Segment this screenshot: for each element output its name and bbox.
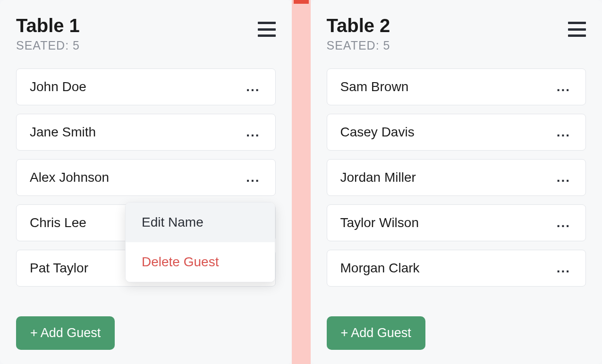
guest-name: Alex Johnson	[30, 170, 109, 185]
more-options-icon[interactable]: ...	[244, 126, 262, 139]
guest-name: Chris Lee	[30, 215, 86, 230]
guest-item[interactable]: Casey Davis ...	[327, 114, 586, 151]
more-options-icon[interactable]: ...	[555, 171, 572, 184]
guest-item[interactable]: John Doe ...	[16, 68, 276, 105]
guest-name: Pat Taylor	[30, 261, 88, 276]
guest-name: Sam Brown	[340, 79, 409, 94]
guest-name: Taylor Wilson	[340, 215, 419, 230]
more-options-icon[interactable]: ...	[555, 126, 572, 139]
seated-count-label: SEATED: 5	[16, 39, 80, 52]
table-header: Table 1 SEATED: 5	[16, 16, 276, 52]
guest-name: John Doe	[30, 79, 86, 94]
guest-name: Casey Davis	[340, 125, 415, 140]
table-title: Table 2	[327, 16, 390, 35]
more-options-icon[interactable]: ...	[244, 171, 262, 184]
delete-guest-menu-item[interactable]: Delete Guest	[126, 242, 275, 282]
guest-item[interactable]: Sam Brown ...	[327, 68, 586, 105]
more-options-icon[interactable]: ...	[244, 80, 262, 93]
guest-item[interactable]: Morgan Clark ...	[327, 250, 586, 287]
hamburger-menu-icon[interactable]	[258, 22, 276, 37]
table-card-1: Table 1 SEATED: 5 John Doe ... Jane Smit…	[0, 0, 292, 364]
hamburger-menu-icon[interactable]	[568, 22, 586, 37]
tables-container: Table 1 SEATED: 5 John Doe ... Jane Smit…	[0, 0, 602, 364]
add-guest-button[interactable]: + Add Guest	[327, 316, 425, 350]
table-header: Table 2 SEATED: 5	[327, 16, 586, 52]
more-options-icon[interactable]: ...	[555, 80, 572, 93]
guest-name: Jordan Miller	[340, 170, 416, 185]
table-divider	[292, 0, 311, 364]
guest-item[interactable]: Alex Johnson ...	[16, 159, 276, 196]
seated-count-label: SEATED: 5	[327, 39, 390, 52]
guest-item[interactable]: Taylor Wilson ...	[327, 204, 586, 241]
guest-context-menu: Edit Name Delete Guest	[125, 202, 275, 282]
table-title-group: Table 1 SEATED: 5	[16, 16, 80, 52]
guest-item[interactable]: Jordan Miller ...	[327, 159, 586, 196]
more-options-icon[interactable]: ...	[555, 262, 572, 275]
guest-list: Sam Brown ... Casey Davis ... Jordan Mil…	[327, 68, 586, 302]
add-guest-button[interactable]: + Add Guest	[16, 316, 115, 350]
guest-name: Morgan Clark	[340, 261, 420, 276]
more-options-icon[interactable]: ...	[555, 216, 572, 229]
edit-name-menu-item[interactable]: Edit Name	[126, 203, 275, 242]
table-title-group: Table 2 SEATED: 5	[327, 16, 390, 52]
guest-item[interactable]: Jane Smith ...	[16, 114, 276, 151]
table-title: Table 1	[16, 16, 80, 35]
guest-name: Jane Smith	[30, 125, 96, 140]
table-card-2: Table 2 SEATED: 5 Sam Brown ... Casey Da…	[311, 0, 602, 364]
